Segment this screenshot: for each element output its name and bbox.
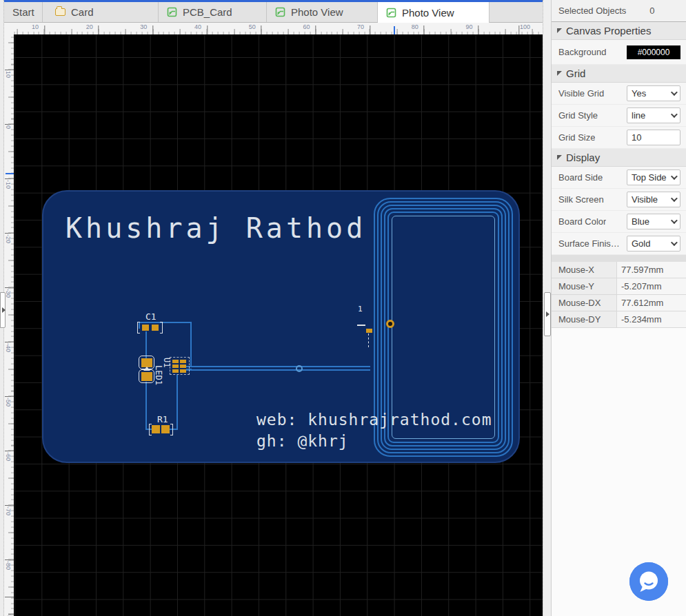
pin1-label: 1 <box>358 305 363 314</box>
silkscreen-github-text: gh: @khrj <box>256 432 349 450</box>
visible-grid-select[interactable]: Yes <box>627 85 680 101</box>
mouse-x-ruler-marker <box>394 26 395 34</box>
ruler-tick-label: 50 <box>249 23 256 30</box>
tab-label: Card <box>71 6 94 18</box>
ruler-tick-label: 60 <box>303 23 310 30</box>
r1-pad <box>152 425 160 433</box>
board-side-select[interactable]: Top Side <box>627 170 680 185</box>
trace-c1-to-led1 <box>145 331 147 359</box>
selected-objects-count: 0 <box>649 6 654 16</box>
surface-finish-label: Surface Finis… <box>558 238 620 249</box>
panel-splitter[interactable] <box>543 0 552 616</box>
panel-divider <box>552 255 686 262</box>
background-label: Background <box>558 47 606 57</box>
board-color-value: Blue <box>632 216 649 227</box>
chevron-down-icon <box>671 217 678 224</box>
tab-photo-view-1[interactable]: Photo View <box>267 2 378 22</box>
ruler-tick-label: 20 <box>86 23 93 30</box>
c1-silk-bracket <box>160 322 163 333</box>
tab-pcb-card[interactable]: PCB_Card <box>159 2 267 22</box>
antenna-silk-dash <box>368 333 369 347</box>
c1-label: C1 <box>145 311 157 322</box>
section-title: Canvas Properties <box>566 25 651 37</box>
chat-bubble-icon <box>629 562 668 601</box>
u1-pad <box>180 369 186 373</box>
ruler-tick-label: 90 <box>465 23 472 30</box>
surface-finish-row: Surface Finis… Gold <box>552 233 686 255</box>
chevron-down-icon <box>671 173 678 180</box>
coil-inner-edge <box>392 216 495 439</box>
ruler-tick-label: -50 <box>5 398 12 407</box>
mouse-coordinate-label: Mouse-Y <box>552 278 617 294</box>
board-color-select[interactable]: Blue <box>627 214 680 229</box>
ruler-tick-label: -30 <box>5 289 12 298</box>
silk-screen-value: Visible <box>632 194 658 205</box>
pcb-board[interactable]: Khushraj Rathod <box>42 190 520 463</box>
surface-finish-select[interactable]: Gold <box>627 236 680 251</box>
led1-label: LED1 <box>154 365 163 385</box>
visible-grid-row: Visible Grid Yes <box>552 83 686 105</box>
mouse-coordinate-row: Mouse-DX77.612mm <box>552 295 686 311</box>
chevron-down-icon <box>671 111 678 118</box>
ruler-tick-label: 0 <box>5 125 12 129</box>
mouse-coordinate-row: Mouse-DY-5.234mm <box>552 311 686 328</box>
grid-size-label: Grid Size <box>558 132 595 143</box>
ruler-tick-label: 40 <box>194 23 201 30</box>
ruler-tick-label: -10 <box>5 180 12 189</box>
grid-style-select[interactable]: line <box>627 107 680 123</box>
collapse-arrow-icon <box>546 311 549 317</box>
mouse-y-ruler-marker <box>6 173 14 174</box>
mouse-coordinate-row: Mouse-X77.597mm <box>552 262 686 278</box>
grid-style-value: line <box>632 110 645 121</box>
left-panel-collapse-handle[interactable] <box>0 292 6 328</box>
ruler-tick-label: 70 <box>357 23 364 30</box>
board-color-label: Board Color <box>558 216 606 227</box>
tab-start[interactable]: Start <box>4 2 43 22</box>
vertical-ruler: 100-10-20-30-40-50-60-70-80-90 <box>4 34 14 616</box>
surface-finish-value: Gold <box>632 238 650 249</box>
grid-size-row: Grid Size <box>552 127 686 149</box>
tab-label: Photo View <box>402 7 454 19</box>
background-color-swatch[interactable]: #000000 <box>627 45 680 59</box>
ruler-tick-label: -70 <box>5 506 12 515</box>
tab-card[interactable]: Card <box>43 2 159 22</box>
section-collapse-icon <box>557 71 562 76</box>
trace-antenna-a <box>186 366 370 367</box>
trace-c1-loop-right <box>190 322 192 367</box>
section-display[interactable]: Display <box>552 149 686 167</box>
trace-antenna-b <box>186 369 370 371</box>
u1-pad <box>172 365 179 368</box>
test-point-ring <box>296 365 303 372</box>
grid-size-input[interactable] <box>627 130 680 145</box>
silk-screen-select[interactable]: Visible <box>627 192 680 207</box>
section-canvas-properties[interactable]: Canvas Properties <box>552 22 686 40</box>
u1-pad <box>172 360 179 363</box>
chat-widget-button[interactable] <box>629 562 668 601</box>
panel-collapse-handle[interactable] <box>544 292 551 336</box>
ruler-tick-label: 30 <box>140 23 147 30</box>
photo-view-icon <box>386 8 396 18</box>
section-grid[interactable]: Grid <box>552 65 686 83</box>
tab-photo-view-2-active[interactable]: Photo View <box>378 2 490 23</box>
tab-label: PCB_Card <box>183 6 232 18</box>
tab-label: Start <box>12 6 34 18</box>
ruler-tick-label: 80 <box>412 23 418 30</box>
pin1-marker-line <box>357 325 365 326</box>
trace-c1-loop-top <box>139 322 192 323</box>
section-collapse-icon <box>557 155 562 160</box>
r1-silk-bracket <box>170 424 173 435</box>
horizontal-ruler: 102030405060708090100 <box>14 23 543 34</box>
easyeda-photo-view-window: Start Card PCB_Card Photo View Photo Vie… <box>0 0 686 616</box>
properties-panel: Selected Objects 0 Canvas Properties Bac… <box>552 0 686 616</box>
selected-objects-label: Selected Objects <box>558 6 626 16</box>
silk-screen-row: Silk Screen Visible <box>552 189 686 211</box>
ruler-tick-label: 10 <box>5 71 12 78</box>
pcb-photo-canvas[interactable]: Khushraj Rathod <box>14 34 543 616</box>
board-color-row: Board Color Blue <box>552 211 686 233</box>
u1-pad <box>180 365 186 368</box>
visible-grid-label: Visible Grid <box>558 88 604 99</box>
mouse-table: Mouse-X77.597mmMouse-Y-5.207mmMouse-DX77… <box>552 262 686 328</box>
section-collapse-icon <box>557 28 562 33</box>
grid-style-row: Grid Style line <box>552 105 686 127</box>
led1-triangle-symbol <box>143 367 150 371</box>
